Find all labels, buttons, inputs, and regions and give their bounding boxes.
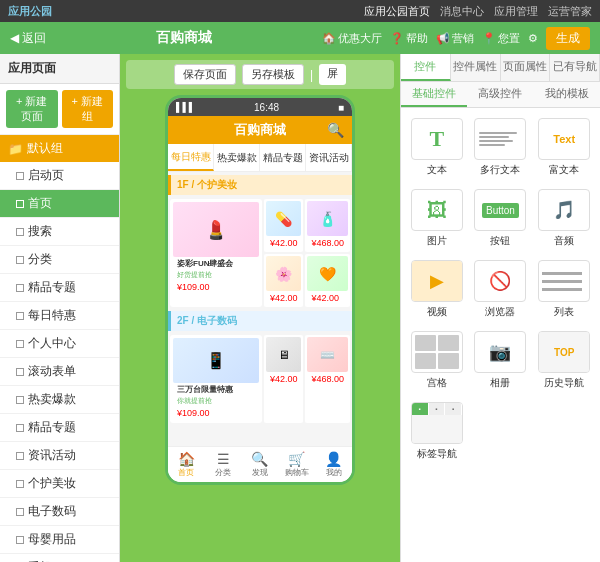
- top-nav-item-ops[interactable]: 运营管家: [548, 4, 592, 19]
- phone-promo2-item-1[interactable]: 🖥 ¥42.00: [264, 335, 304, 423]
- sidebar-item-personal[interactable]: 个人中心: [0, 330, 119, 358]
- sidebar-group[interactable]: 📁 默认组: [0, 135, 119, 162]
- sidebar-item-launch[interactable]: 启动页: [0, 162, 119, 190]
- home-label: 首页: [178, 467, 194, 478]
- generate-button[interactable]: 生成: [546, 27, 590, 50]
- right-tab-widget-props[interactable]: 控件属性: [451, 54, 501, 81]
- phone-promo2-layout: 📱 三万台限量特惠 你就提前抢 ¥109.00 🖥 ¥42.00 ⌨️: [170, 335, 350, 423]
- widget-list[interactable]: 列表: [534, 256, 594, 323]
- widget-multitext-label: 多行文本: [480, 163, 520, 177]
- save-page-button[interactable]: 保存页面: [174, 64, 236, 85]
- top-nav-item-messages[interactable]: 消息中心: [440, 4, 484, 19]
- top-nav-item-apps[interactable]: 应用管理: [494, 4, 538, 19]
- sidebar-item-baby[interactable]: 母婴用品: [0, 526, 119, 554]
- phone-promo2-item-2[interactable]: ⌨️ ¥468.00: [305, 335, 350, 423]
- phone-bottom-home[interactable]: 🏠 首页: [168, 447, 205, 482]
- sidebar-item-category[interactable]: 分类: [0, 246, 119, 274]
- home-icon: 🏠: [178, 451, 195, 467]
- widget-multitext[interactable]: 多行文本: [471, 114, 531, 181]
- phone-promo-main[interactable]: 💄 姿彩FUN肆盛会 好货提前抢 ¥109.00: [170, 199, 262, 307]
- widget-text-label: 文本: [427, 163, 447, 177]
- phone-bottom-discover[interactable]: 🔍 发现: [242, 447, 279, 482]
- category-icon: ☰: [217, 451, 230, 467]
- right-main-tabs: 控件 控件属性 页面属性 已有导航: [401, 54, 600, 82]
- sidebar-item-beauty[interactable]: 个护美妆: [0, 470, 119, 498]
- phone-promo-price-4: ¥42.00: [307, 291, 348, 305]
- phone-bottom-mine[interactable]: 👤 我的: [315, 447, 352, 482]
- toolbar-separator: |: [310, 64, 313, 85]
- page-dot: [16, 424, 24, 432]
- page-dot: [16, 256, 24, 264]
- widget-album[interactable]: 📷 相册: [471, 327, 531, 394]
- new-page-button[interactable]: + 新建页面: [6, 90, 58, 128]
- widget-browser[interactable]: 🚫 浏览器: [471, 256, 531, 323]
- nav-action-help[interactable]: ❓ 帮助: [390, 31, 428, 46]
- phone-tab-daily[interactable]: 每日特惠: [168, 144, 214, 171]
- page-dot: [16, 396, 24, 404]
- widget-richtext[interactable]: Text 富文本: [534, 114, 594, 181]
- sidebar-item-search[interactable]: 搜索: [0, 218, 119, 246]
- sidebar-item-hot[interactable]: 热卖爆款: [0, 386, 119, 414]
- nav-action-settings[interactable]: ⚙: [528, 32, 538, 45]
- list-icon: [539, 267, 589, 296]
- page-dot: [16, 172, 24, 180]
- sidebar-item-phone[interactable]: 手机: [0, 554, 119, 562]
- phone-promo-item-2[interactable]: 🧴 ¥468.00: [305, 199, 350, 252]
- widget-image[interactable]: 🖼 图片: [407, 185, 467, 252]
- widget-grid-item[interactable]: 宫格: [407, 327, 467, 394]
- phone-promo-price-3: ¥42.00: [266, 291, 302, 305]
- widget-button[interactable]: Button 按钮: [471, 185, 531, 252]
- phone-search-icon[interactable]: 🔍: [327, 122, 344, 138]
- widget-tab-basic[interactable]: 基础控件: [401, 82, 467, 107]
- page-dot: [16, 508, 24, 516]
- phone-tab-hot[interactable]: 热卖爆款: [214, 144, 260, 171]
- sidebar-item-news[interactable]: 资讯活动: [0, 442, 119, 470]
- widget-list-label: 列表: [554, 305, 574, 319]
- back-button[interactable]: ◀ 返回: [10, 30, 46, 47]
- right-tab-page-props[interactable]: 页面属性: [501, 54, 551, 81]
- multitext-icon: [475, 128, 525, 150]
- widget-text[interactable]: T 文本: [407, 114, 467, 181]
- top-nav-item-home[interactable]: 应用公园首页: [364, 4, 430, 19]
- widget-history[interactable]: TOP 历史导航: [534, 327, 594, 394]
- phone-promo-price-1: ¥42.00: [266, 236, 302, 250]
- screen-toggle[interactable]: 屏: [319, 64, 346, 85]
- sidebar-item-electronics[interactable]: 电子数码: [0, 498, 119, 526]
- phone-app-title: 百购商城: [234, 121, 286, 139]
- phone-preview: ▌▌▌ 16:48 ■ 百购商城 🔍 每日特惠 热卖爆款 精品专题 资讯活动 1…: [165, 95, 355, 485]
- sidebar-item-home[interactable]: 首页: [0, 190, 119, 218]
- widget-audio[interactable]: 🎵 音频: [534, 185, 594, 252]
- widget-history-icon-box: TOP: [538, 331, 590, 373]
- widget-tabnav[interactable]: ▪ ▪ ▪ 标签导航: [407, 398, 467, 465]
- phone-promo-item-4[interactable]: 🧡 ¥42.00: [305, 254, 350, 307]
- right-tab-widget[interactable]: 控件: [401, 54, 451, 81]
- widget-button-label: 按钮: [490, 234, 510, 248]
- phone-promo-main-title: 姿彩FUN肆盛会: [173, 257, 259, 270]
- phone-promo-img-4: 🧡: [307, 256, 348, 291]
- phone-tab-featured[interactable]: 精品专题: [260, 144, 306, 171]
- sidebar-btn-row: + 新建页面 + 新建组: [0, 84, 119, 135]
- phone-promo2-title: 三万台限量特惠: [173, 383, 259, 396]
- page-dot-active: [16, 200, 24, 208]
- phone-promo-item-1[interactable]: 💊 ¥42.00: [264, 199, 304, 252]
- phone-promo-item-3[interactable]: 🌸 ¥42.00: [264, 254, 304, 307]
- phone-bottom-cart[interactable]: 🛒 购物车: [278, 447, 315, 482]
- nav-action-marketing[interactable]: 📢 营销: [436, 31, 474, 46]
- phone-promo2-main[interactable]: 📱 三万台限量特惠 你就提前抢 ¥109.00: [170, 335, 262, 423]
- sidebar-item-premium[interactable]: 精品专题: [0, 414, 119, 442]
- other-template-button[interactable]: 另存模板: [242, 64, 304, 85]
- right-tab-nav[interactable]: 已有导航: [550, 54, 600, 81]
- nav-action-hall[interactable]: 🏠 优惠大厅: [322, 31, 382, 46]
- new-group-button[interactable]: + 新建组: [62, 90, 114, 128]
- phone-tab-news[interactable]: 资讯活动: [306, 144, 352, 171]
- widget-video[interactable]: ▶ 视频: [407, 256, 467, 323]
- phone-bottom-category[interactable]: ☰ 分类: [205, 447, 242, 482]
- phone-promo2-grid: 🖥 ¥42.00 ⌨️ ¥468.00: [264, 335, 350, 423]
- widget-tab-advanced[interactable]: 高级控件: [467, 82, 533, 107]
- widget-tab-template[interactable]: 我的模板: [534, 82, 600, 107]
- sidebar-item-daily[interactable]: 每日特惠: [0, 302, 119, 330]
- sidebar-item-featured[interactable]: 精品专题: [0, 274, 119, 302]
- sidebar-item-scroll[interactable]: 滚动表单: [0, 358, 119, 386]
- nav-action-location[interactable]: 📍 您置: [482, 31, 520, 46]
- cart-label: 购物车: [285, 467, 309, 478]
